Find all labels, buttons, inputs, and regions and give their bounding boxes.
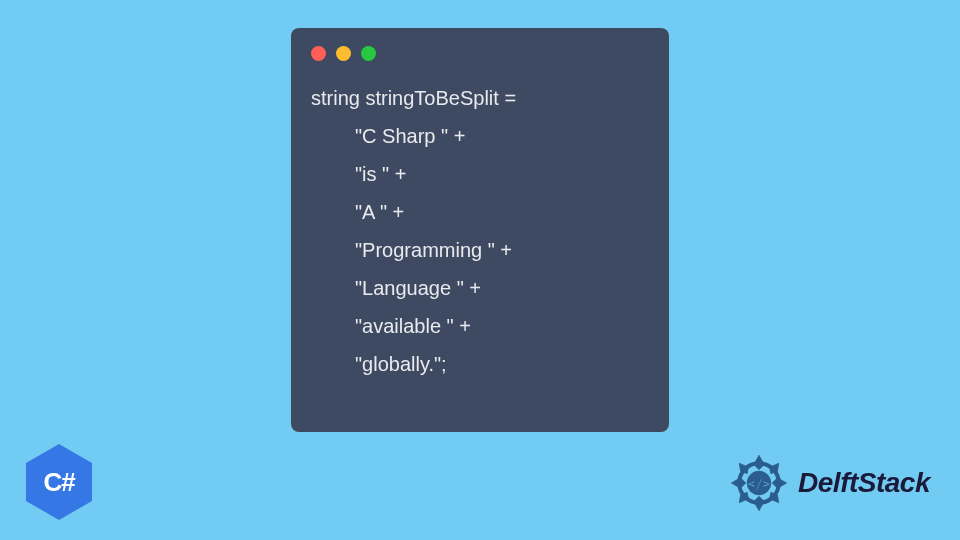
csharp-logo-text: C# (43, 467, 74, 498)
minimize-dot-icon (336, 46, 351, 61)
delftstack-logo: </> DelftStack (726, 450, 930, 516)
code-line-8: "globally."; (311, 345, 649, 383)
csharp-logo-icon: C# (26, 444, 92, 520)
code-line-7: "available " + (311, 307, 649, 345)
code-line-2: "C Sharp " + (311, 117, 649, 155)
code-window: string stringToBeSplit = "C Sharp " + "i… (291, 28, 669, 432)
code-content: string stringToBeSplit = "C Sharp " + "i… (311, 79, 649, 383)
svg-text:</>: </> (748, 477, 769, 491)
code-line-1: string stringToBeSplit = (311, 79, 649, 117)
delftstack-text: DelftStack (798, 467, 930, 499)
delftstack-icon: </> (726, 450, 792, 516)
code-line-3: "is " + (311, 155, 649, 193)
maximize-dot-icon (361, 46, 376, 61)
code-line-5: "Programming " + (311, 231, 649, 269)
code-line-4: "A " + (311, 193, 649, 231)
close-dot-icon (311, 46, 326, 61)
window-controls (311, 46, 649, 61)
code-line-6: "Language " + (311, 269, 649, 307)
